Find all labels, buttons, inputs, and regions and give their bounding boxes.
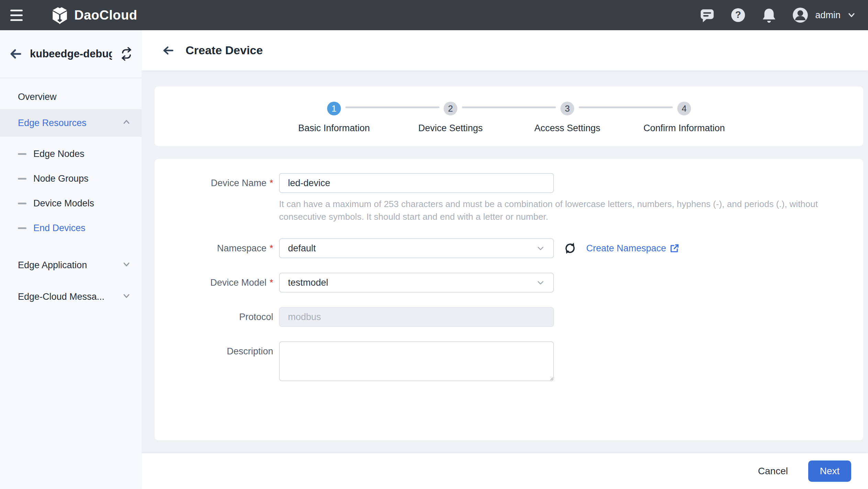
step-label: Device Settings	[418, 123, 483, 134]
step-number: 2	[444, 102, 457, 115]
sidebar-header: kubeedge-debug	[0, 30, 142, 78]
dash-icon	[18, 203, 26, 204]
step-confirm-information: 4 Confirm Information	[626, 87, 743, 134]
stepper: 1 Basic Information 2 Device Settings 3 …	[155, 87, 863, 146]
protocol-label: Protocol	[155, 312, 279, 322]
brand-name: DaoCloud	[74, 8, 137, 23]
sidebar-item-node-groups[interactable]: Node Groups	[0, 166, 142, 191]
step-label: Basic Information	[298, 123, 370, 134]
device-model-label: Device Model*	[155, 277, 279, 288]
cancel-button[interactable]: Cancel	[755, 461, 791, 481]
device-model-row: Device Model* testmodel	[155, 273, 863, 293]
sidebar-item-edge-cloud-message[interactable]: Edge-Cloud Messa...	[0, 284, 142, 309]
namespace-row: Namespace* default	[155, 238, 863, 258]
hamburger-menu-icon[interactable]	[10, 7, 26, 23]
daocloud-logo-icon	[51, 6, 69, 24]
sidebar-nav: Overview Edge Resources Edge Nodes Node …	[0, 78, 142, 309]
sidebar-item-edge-application[interactable]: Edge Application	[0, 253, 142, 277]
step-access-settings: 3 Access Settings	[509, 87, 626, 134]
sidebar-item-overview[interactable]: Overview	[0, 84, 142, 109]
basic-information-form: Device Name* It can have a maximum of 25…	[155, 159, 863, 440]
main-area: Create Device 1 Basic Information 2 Devi…	[142, 30, 868, 489]
sidebar-item-label: Device Models	[33, 198, 94, 209]
back-arrow-icon[interactable]	[9, 47, 22, 61]
sidebar-item-label: Edge-Cloud Messa...	[18, 292, 104, 302]
protocol-row: Protocol	[155, 307, 863, 327]
external-link-icon	[670, 243, 679, 253]
sidebar-item-label: Edge Resources	[18, 118, 87, 128]
page-header: Create Device	[142, 30, 868, 70]
namespace-select[interactable]: default	[279, 238, 554, 258]
chevron-up-icon	[122, 117, 131, 129]
description-row: Description	[155, 341, 863, 381]
user-name: admin	[815, 10, 841, 21]
description-label: Description	[155, 341, 279, 357]
sidebar-item-label: Overview	[18, 92, 57, 102]
svg-text:?: ?	[735, 9, 741, 20]
user-menu[interactable]: admin	[792, 7, 856, 24]
sidebar-item-edge-resources[interactable]: Edge Resources	[0, 109, 142, 137]
create-namespace-link[interactable]: Create Namespace	[586, 243, 679, 254]
back-arrow-icon[interactable]	[162, 44, 175, 57]
dash-icon	[18, 227, 26, 229]
chevron-down-icon	[122, 291, 131, 303]
sidebar-item-label: Edge Application	[18, 260, 87, 271]
topbar: DaoCloud ?	[0, 0, 868, 30]
chevron-down-icon	[536, 278, 545, 287]
project-name: kubeedge-debug	[30, 48, 112, 60]
step-number: 3	[560, 102, 574, 115]
step-basic-information: 1 Basic Information	[276, 87, 392, 134]
dash-icon	[18, 178, 26, 180]
required-asterisk: *	[269, 178, 273, 189]
sidebar-item-device-models[interactable]: Device Models	[0, 191, 142, 216]
chevron-down-icon	[536, 244, 545, 253]
device-name-row: Device Name*	[155, 173, 863, 193]
step-number: 1	[327, 102, 341, 115]
avatar-icon	[792, 7, 809, 24]
sidebar-item-label: End Devices	[33, 223, 86, 234]
step-number: 4	[677, 102, 691, 115]
step-label: Access Settings	[534, 123, 600, 134]
create-namespace-label: Create Namespace	[586, 243, 666, 254]
description-textarea[interactable]	[279, 341, 554, 381]
wizard-footer: Cancel Next	[142, 453, 868, 489]
device-name-label: Device Name*	[155, 178, 279, 189]
help-icon[interactable]: ?	[730, 7, 746, 23]
step-device-settings: 2 Device Settings	[392, 87, 509, 134]
namespace-label: Namespace*	[155, 243, 279, 254]
required-asterisk: *	[269, 243, 273, 254]
sidebar-item-edge-nodes[interactable]: Edge Nodes	[0, 141, 142, 166]
sidebar-item-label: Edge Nodes	[33, 149, 85, 159]
dash-icon	[18, 153, 26, 155]
brand[interactable]: DaoCloud	[51, 6, 137, 24]
sidebar-item-label: Node Groups	[33, 173, 89, 184]
bell-icon[interactable]	[761, 7, 777, 23]
switch-project-icon[interactable]	[120, 47, 133, 61]
device-name-input[interactable]	[279, 173, 554, 193]
refresh-icon[interactable]	[563, 241, 577, 255]
required-asterisk: *	[269, 277, 273, 288]
protocol-input	[279, 307, 554, 327]
content: 1 Basic Information 2 Device Settings 3 …	[142, 70, 868, 453]
chat-icon[interactable]	[699, 7, 715, 23]
sidebar-item-end-devices[interactable]: End Devices	[0, 216, 142, 240]
page-title: Create Device	[186, 44, 263, 57]
device-model-select[interactable]: testmodel	[279, 273, 554, 293]
namespace-value: default	[288, 243, 536, 254]
step-label: Confirm Information	[643, 123, 725, 134]
device-name-help: It can have a maximum of 253 characters …	[279, 198, 829, 223]
device-model-value: testmodel	[288, 277, 536, 288]
chevron-down-icon	[122, 259, 131, 271]
chevron-down-icon	[847, 10, 856, 20]
sidebar: kubeedge-debug Overview Edge Resources	[0, 30, 142, 489]
next-button[interactable]: Next	[808, 460, 851, 482]
